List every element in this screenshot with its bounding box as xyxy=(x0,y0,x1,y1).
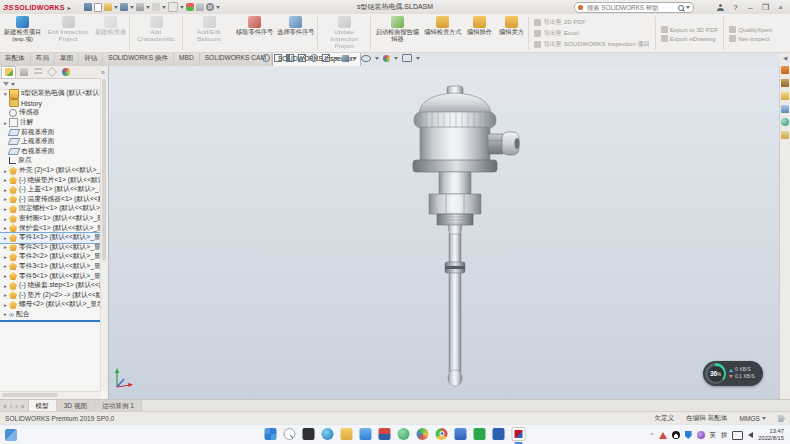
tab-evaluate[interactable]: 评估 xyxy=(79,52,103,66)
view-orientation-icon[interactable] xyxy=(322,54,330,62)
mail-icon[interactable] xyxy=(360,428,372,440)
tree-item[interactable]: 前视基准面 xyxy=(0,127,101,137)
mail-slot[interactable] xyxy=(360,428,372,443)
view-palette-icon[interactable] xyxy=(781,105,789,113)
root-expander-icon[interactable]: ▾ xyxy=(2,91,9,97)
shield-tray-icon[interactable] xyxy=(685,431,692,439)
appearances-icon[interactable] xyxy=(781,118,789,126)
expander-icon[interactable]: ▸ xyxy=(2,168,9,174)
filter-caret-icon[interactable] xyxy=(11,83,15,86)
tab-assembly[interactable]: 装配体 xyxy=(0,52,31,66)
dynamic-annotation-icon[interactable] xyxy=(310,54,318,62)
wps-slot[interactable] xyxy=(474,428,486,443)
print-caret-icon[interactable] xyxy=(146,6,150,9)
tree-item[interactable]: ▸零件3<1> (默认<<默认>_显示状态 xyxy=(0,262,101,272)
graphics-viewport[interactable]: 36% 0 KB/S 0.1 KB/S xyxy=(108,52,780,399)
tree-item[interactable]: ▸零件5<1> (默认<<默认>_显示状态 xyxy=(0,271,101,281)
tree-item[interactable]: ▸(-) 绝缘垫片<1> (默认<<默认>_显 xyxy=(0,175,101,185)
antivirus-tray-icon[interactable] xyxy=(659,432,667,439)
filter-funnel-icon[interactable] xyxy=(3,82,9,86)
next-tab-icon[interactable]: › xyxy=(15,403,17,410)
solidworks-slot[interactable] xyxy=(512,427,526,444)
select-balloons-button[interactable]: 选择零件序号 xyxy=(275,15,316,52)
monapp-slot[interactable] xyxy=(455,428,467,443)
task-view-icon[interactable] xyxy=(303,428,315,440)
expander-icon[interactable]: ▸ xyxy=(2,177,9,183)
solidworks-logo[interactable]: ЗS SOLIDWORKS ▸ xyxy=(0,3,74,12)
remote-app-icon[interactable] xyxy=(455,428,467,440)
tree-item[interactable]: 传感器 xyxy=(0,108,101,118)
taskview-slot[interactable] xyxy=(303,428,315,443)
expander-icon[interactable]: ▸ xyxy=(2,292,9,298)
expander-icon[interactable]: ▸ xyxy=(2,244,9,250)
qq-tray-icon[interactable] xyxy=(672,431,680,439)
word-slot[interactable] xyxy=(493,428,505,443)
tree-item[interactable]: ▸(-) 绝缘套.step<1> (默认<<默认> xyxy=(0,281,101,291)
tree-root[interactable]: ▾ s型铠装热电偶 (默认<默认>_显示状态-1 xyxy=(0,89,101,99)
zoom-to-area-icon[interactable] xyxy=(274,54,282,62)
options-caret-icon[interactable] xyxy=(216,6,220,9)
expander-icon[interactable]: ▸ xyxy=(2,263,9,269)
wps-icon[interactable] xyxy=(474,428,486,440)
tree-item[interactable]: ▸(-) 上盖<1> (默认<<默认>_显示状 xyxy=(0,185,101,195)
panel-tabs-overflow-icon[interactable]: » xyxy=(101,69,107,76)
design-library-icon[interactable] xyxy=(781,79,789,87)
tree-item-mates[interactable]: ▸∞配合 xyxy=(0,310,101,320)
purple-tray-icon[interactable] xyxy=(697,431,705,439)
menu-flyout-arrow-icon[interactable]: ▸ xyxy=(68,4,71,11)
help-search-box[interactable] xyxy=(574,2,694,13)
expander-icon[interactable]: ▸ xyxy=(2,302,9,308)
section-view-icon[interactable] xyxy=(298,54,306,62)
tree-item[interactable]: ▸(-) 温度传感器<1> (默认<<默认>_ xyxy=(0,195,101,205)
close-button[interactable]: × xyxy=(773,1,788,14)
tab-addins[interactable]: SOLIDWORKS 插件 xyxy=(103,52,174,66)
expander-icon[interactable]: ▸ xyxy=(2,187,9,193)
widgets-icon[interactable] xyxy=(5,429,17,441)
remove-balloons-button[interactable]: 移除零件序号 xyxy=(234,15,275,52)
tree-item[interactable]: ▸固定螺栓<1> (默认<<默认>_显示状 xyxy=(0,204,101,214)
word-app-icon[interactable] xyxy=(493,428,505,440)
search-caret-icon[interactable] xyxy=(686,6,690,9)
taskbar-clock[interactable]: 13:47 2022/8/15 xyxy=(758,428,784,441)
tree-vertical-scrollbar[interactable] xyxy=(100,78,108,391)
tab-mbd[interactable]: MBD xyxy=(174,52,200,66)
configuration-manager-tab[interactable] xyxy=(31,67,44,78)
tree-item[interactable]: ▸零件2<2> (默认<<默认>_显示状态 xyxy=(0,252,101,262)
edge-slot[interactable] xyxy=(322,428,334,443)
app2-slot[interactable] xyxy=(417,428,429,443)
expander-icon[interactable]: ▸ xyxy=(2,254,9,260)
custom-properties-icon[interactable] xyxy=(781,131,789,139)
network-speed-gauge[interactable]: 36% 0 KB/S 0.1 KB/S xyxy=(703,361,763,386)
print-icon[interactable] xyxy=(136,3,144,11)
login-button[interactable] xyxy=(713,1,728,14)
save-caret-icon[interactable] xyxy=(130,6,134,9)
display-tray-icon[interactable] xyxy=(732,431,743,440)
tree-item[interactable]: History xyxy=(0,99,101,109)
save-icon[interactable] xyxy=(120,3,128,11)
last-tab-icon[interactable]: » xyxy=(21,403,25,410)
file-explorer-taskbar-icon[interactable] xyxy=(341,428,353,440)
appearance-caret-icon[interactable] xyxy=(394,57,398,60)
tree-item[interactable]: 上视基准面 xyxy=(0,137,101,147)
expander-icon[interactable]: ▸ xyxy=(2,196,9,202)
tree-item-hovered[interactable]: ▸零件1<1> (默认<<默认>_显示状态 xyxy=(0,233,101,243)
search-slot[interactable] xyxy=(284,428,296,443)
home-icon[interactable] xyxy=(84,3,92,11)
expander-icon[interactable]: ▸ xyxy=(2,273,9,279)
edit-operations-button[interactable]: 编辑操作 xyxy=(463,15,495,52)
tree-item[interactable]: ▸注解 xyxy=(0,118,101,128)
display-style-caret-icon[interactable] xyxy=(353,57,357,60)
solidworks-taskbar-icon[interactable] xyxy=(512,427,526,441)
expander-icon[interactable]: ▸ xyxy=(2,283,9,289)
search-icon[interactable] xyxy=(678,5,684,11)
tree-item[interactable]: ▸密封圈<1> (默认<<默认>_显示状 xyxy=(0,214,101,224)
taskbar-search-icon[interactable] xyxy=(284,428,296,440)
launch-report-editor-button[interactable]: 启动检验报告编辑器 xyxy=(372,15,422,52)
select-caret-icon[interactable] xyxy=(180,6,184,9)
help-button[interactable]: ? xyxy=(728,1,743,14)
tree-item[interactable]: ▸(-) 垫片 (2)<2> -> (默认<<默认> xyxy=(0,290,101,300)
start-button-icon[interactable] xyxy=(265,428,277,440)
explorer-slot[interactable] xyxy=(341,428,353,443)
solidworks-help-search-input[interactable] xyxy=(585,3,676,12)
store-slot[interactable] xyxy=(379,428,391,443)
